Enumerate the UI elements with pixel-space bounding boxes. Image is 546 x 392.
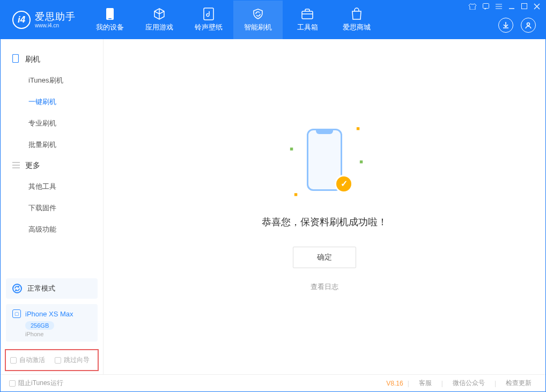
sidebar-item-pro-flash[interactable]: 专业刷机: [1, 113, 103, 134]
user-icon[interactable]: [521, 18, 536, 33]
svg-rect-5: [522, 4, 527, 9]
sparkle-icon: ◆: [288, 145, 295, 152]
section-title: 更多: [25, 161, 40, 171]
sidebar-item-advanced[interactable]: 高级功能: [1, 219, 103, 240]
tab-apps-games[interactable]: 应用游戏: [135, 1, 184, 39]
sparkle-icon: ◆: [358, 158, 365, 165]
sidebar-item-download-fw[interactable]: 下载固件: [1, 197, 103, 219]
phone-small-icon: [12, 54, 20, 64]
svg-rect-4: [483, 4, 489, 9]
version-label: V8.16: [386, 380, 403, 387]
tab-label: 工具箱: [297, 23, 318, 32]
download-icon[interactable]: [498, 18, 513, 33]
section-title: 刷机: [25, 55, 40, 64]
tab-store[interactable]: 爱思商城: [332, 1, 381, 39]
footer-left: 阻止iTunes运行: [9, 379, 63, 388]
header-right-icons: [498, 18, 536, 33]
sidebar-section-flash: 刷机: [1, 49, 103, 70]
phone-icon: [106, 8, 114, 20]
tshirt-icon[interactable]: [469, 3, 476, 11]
checkbox-icon: [10, 357, 17, 364]
sidebar-item-other-tools[interactable]: 其他工具: [1, 176, 103, 197]
window-controls: [469, 3, 540, 11]
device-capacity-badge: 256GB: [25, 321, 54, 330]
svg-point-6: [527, 23, 530, 26]
checkbox-label: 跳过向导: [64, 356, 90, 365]
logo-area: i4 爱思助手 www.i4.cn: [1, 1, 85, 39]
sidebar: 刷机 iTunes刷机 一键刷机 专业刷机 批量刷机 更多 其他工具 下载固件 …: [1, 39, 104, 374]
device-phone-icon: ▢: [12, 309, 21, 318]
tab-smart-flash[interactable]: 智能刷机: [233, 1, 283, 39]
success-message: 恭喜您，保资料刷机成功啦！: [262, 216, 387, 228]
minimize-icon[interactable]: [508, 3, 515, 11]
checkmark-badge-icon: ✓: [335, 175, 353, 193]
checkbox-label: 阻止iTunes运行: [18, 379, 63, 388]
sparkle-icon: ◆: [292, 190, 299, 197]
body: 刷机 iTunes刷机 一键刷机 专业刷机 批量刷机 更多 其他工具 下载固件 …: [1, 39, 545, 374]
footer: 阻止iTunes运行 V8.16 | 客服 | 微信公众号 | 检查更新: [1, 374, 545, 391]
svg-rect-2: [204, 8, 213, 20]
checkbox-label: 自动激活: [19, 356, 45, 365]
footer-link-update[interactable]: 检查更新: [500, 379, 537, 388]
device-name: iPhone XS Max: [25, 310, 73, 318]
sparkle-icon: ◆: [355, 124, 361, 131]
device-mode-card[interactable]: 正常模式: [6, 278, 98, 299]
sync-icon: [12, 284, 22, 293]
maximize-icon[interactable]: [521, 3, 527, 11]
app-logo-icon: i4: [12, 11, 31, 29]
svg-rect-0: [106, 8, 114, 20]
tab-ringtones[interactable]: 铃声壁纸: [184, 1, 233, 39]
list-icon: [12, 161, 20, 170]
shopping-bag-icon: [351, 8, 363, 20]
checkbox-auto-activate[interactable]: 自动激活: [10, 356, 45, 365]
sidebar-item-oneclick-flash[interactable]: 一键刷机: [1, 91, 103, 113]
app-title: 爱思助手: [35, 11, 76, 23]
checkbox-icon: [9, 380, 16, 387]
svg-rect-3: [302, 11, 313, 19]
tab-label: 应用游戏: [145, 23, 173, 32]
svg-rect-7: [13, 55, 19, 63]
sidebar-item-batch-flash[interactable]: 批量刷机: [1, 134, 103, 156]
tab-label: 爱思商城: [343, 23, 371, 32]
device-card[interactable]: ▢ iPhone XS Max 256GB iPhone: [6, 304, 98, 342]
music-file-icon: [203, 8, 214, 20]
tab-label: 智能刷机: [244, 23, 272, 32]
device-mode-label: 正常模式: [27, 284, 55, 293]
refresh-shield-icon: [252, 8, 264, 20]
sidebar-section-more: 更多: [1, 156, 103, 176]
menu-icon[interactable]: [496, 3, 502, 11]
footer-link-support[interactable]: 客服: [414, 379, 437, 388]
cube-icon: [153, 8, 166, 20]
app-window: i4 爱思助手 www.i4.cn 我的设备 应用游戏: [0, 0, 546, 392]
tab-label: 我的设备: [96, 23, 124, 32]
app-subtitle: www.i4.cn: [35, 23, 76, 29]
footer-link-wechat[interactable]: 微信公众号: [447, 379, 490, 388]
tab-my-device[interactable]: 我的设备: [85, 1, 135, 39]
briefcase-icon: [301, 8, 314, 20]
logo-text: 爱思助手 www.i4.cn: [35, 11, 76, 28]
view-log-link[interactable]: 查看日志: [311, 282, 338, 292]
close-icon[interactable]: [534, 3, 540, 11]
main-content: ◆ ◆ ◆ ◆ ✓ 恭喜您，保资料刷机成功啦！ 确定 查看日志: [104, 39, 545, 374]
ok-button[interactable]: 确定: [293, 247, 356, 268]
nav-tabs: 我的设备 应用游戏 铃声壁纸 智能刷机: [85, 1, 381, 39]
tab-toolbox[interactable]: 工具箱: [283, 1, 332, 39]
header: i4 爱思助手 www.i4.cn 我的设备 应用游戏: [1, 1, 545, 39]
checkbox-stop-itunes[interactable]: 阻止iTunes运行: [9, 379, 63, 388]
feedback-icon[interactable]: [483, 3, 489, 11]
tab-label: 铃声壁纸: [195, 23, 223, 32]
checkbox-icon: [55, 357, 61, 364]
success-illustration: ◆ ◆ ◆ ◆ ✓: [284, 122, 365, 203]
svg-rect-1: [108, 18, 112, 19]
highlighted-checkbox-row: 自动激活 跳过向导: [5, 349, 99, 371]
checkbox-skip-guide[interactable]: 跳过向导: [55, 356, 90, 365]
sidebar-item-itunes-flash[interactable]: iTunes刷机: [1, 70, 103, 91]
device-type: iPhone: [25, 331, 91, 337]
